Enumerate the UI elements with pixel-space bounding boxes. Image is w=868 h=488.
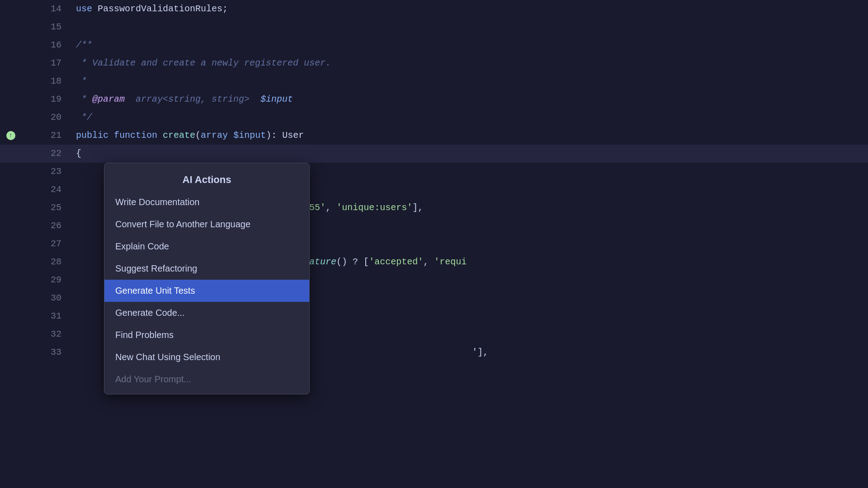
- line-number-17: 17: [0, 54, 72, 72]
- line-content-21: public function create(array $input): Us…: [72, 127, 868, 145]
- menu-item-generate-code[interactable]: Generate Code...: [104, 302, 309, 324]
- line-content-18: *: [72, 72, 868, 90]
- menu-item-find-problems[interactable]: Find Problems: [104, 324, 309, 346]
- code-line-17: 17 * Validate and create a newly registe…: [0, 54, 868, 72]
- menu-item-suggest-refactoring[interactable]: Suggest Refactoring: [104, 258, 309, 280]
- line-number-24: 24: [0, 181, 72, 199]
- line-number-27: 27: [0, 235, 72, 253]
- line-number-32: 32: [0, 325, 72, 343]
- line-number-25: 25: [0, 199, 72, 217]
- menu-item-add-your-prompt[interactable]: Add Your Prompt...: [104, 368, 309, 390]
- line-number-15: 15: [0, 18, 72, 36]
- line-number-21: ↑ 21: [0, 127, 72, 145]
- line-number-33: 33: [0, 343, 72, 361]
- menu-item-explain-code[interactable]: Explain Code: [104, 235, 309, 258]
- line-content-19: * @param array<string, string> $input: [72, 90, 868, 108]
- menu-title: AI Actions: [104, 167, 309, 191]
- code-line-16: 16 /**: [0, 36, 868, 54]
- line-number-26: 26: [0, 217, 72, 235]
- line-content-16: /**: [72, 36, 868, 54]
- line-number-30: 30: [0, 289, 72, 307]
- menu-item-generate-unit-tests[interactable]: Generate Unit Tests: [104, 280, 309, 302]
- code-area: 14 use PasswordValidationRules; 15 16 /*…: [0, 0, 868, 488]
- code-line-21: ↑ 21 public function create(array $input…: [0, 127, 868, 145]
- line-number-23: 23: [0, 163, 72, 181]
- menu-item-convert-file[interactable]: Convert File to Another Language: [104, 213, 309, 235]
- line-number-20: 20: [0, 108, 72, 127]
- line-content-20: */: [72, 108, 868, 127]
- line-content-22: {: [72, 145, 868, 163]
- code-line-22: 22 {: [0, 145, 868, 163]
- code-line-15: 15: [0, 18, 868, 36]
- ai-actions-menu: AI Actions Write Documentation Convert F…: [104, 163, 310, 394]
- debug-icon: ↑: [6, 131, 15, 140]
- menu-item-write-documentation[interactable]: Write Documentation: [104, 191, 309, 213]
- line-content-17: * Validate and create a newly registered…: [72, 54, 868, 72]
- code-line-18: 18 *: [0, 72, 868, 90]
- line-number-19: 19: [0, 90, 72, 108]
- line-number-22: 22: [0, 145, 72, 163]
- line-number-16: 16: [0, 36, 72, 54]
- line-number-29: 29: [0, 271, 72, 289]
- line-number-18: 18: [0, 72, 72, 90]
- line-number-28: 28: [0, 253, 72, 271]
- menu-item-new-chat-selection[interactable]: New Chat Using Selection: [104, 346, 309, 368]
- code-line-14: 14 use PasswordValidationRules;: [0, 0, 868, 18]
- line-number-31: 31: [0, 307, 72, 325]
- code-line-19: 19 * @param array<string, string> $input: [0, 90, 868, 108]
- line-number-14: 14: [0, 0, 72, 18]
- code-line-20: 20 */: [0, 108, 868, 127]
- line-content-14: use PasswordValidationRules;: [72, 0, 868, 18]
- editor-container: 14 use PasswordValidationRules; 15 16 /*…: [0, 0, 868, 488]
